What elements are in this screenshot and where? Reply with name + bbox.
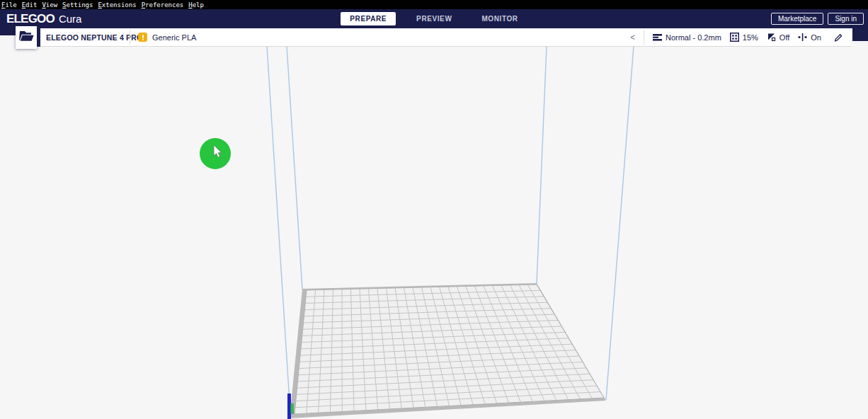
build-volume-edge	[267, 47, 290, 413]
stage-menu: PREPARE PREVIEW MONITOR	[0, 9, 868, 28]
printer-name: ELEGOO NEPTUNE 4 PRO	[46, 33, 142, 42]
build-volume-edge	[287, 47, 302, 289]
header: ELEGOO Cura PREPARE PREVIEW MONITOR Mark…	[0, 9, 868, 28]
open-folder-icon	[19, 30, 34, 45]
menu-file[interactable]: File	[1, 1, 17, 8]
adhesion-icon	[798, 33, 807, 42]
build-volume-scene	[0, 47, 868, 419]
open-file-button[interactable]	[16, 26, 37, 49]
sign-in-button[interactable]: Sign in	[828, 13, 864, 25]
pencil-icon[interactable]	[834, 33, 843, 42]
menu-edit[interactable]: Edit	[22, 1, 38, 8]
support-value: Off	[780, 33, 789, 42]
build-volume-edge	[606, 47, 634, 400]
configuration-bar: ELEGOO NEPTUNE 4 PRO < Generic PLA < Nor…	[40, 28, 851, 47]
header-actions: Marketplace Sign in	[771, 9, 864, 28]
support-setting[interactable]: Off	[767, 33, 789, 42]
infill-value: 15%	[743, 33, 758, 42]
viewport-3d[interactable]	[0, 47, 868, 419]
printer-selector[interactable]: ELEGOO NEPTUNE 4 PRO <	[40, 33, 130, 42]
menu-settings[interactable]: Settings	[62, 1, 93, 8]
profile-value: Normal - 0.2mm	[666, 33, 721, 42]
print-settings-summary: < Normal - 0.2mm 15% Off	[631, 30, 851, 45]
chevron-left-icon[interactable]: <	[631, 33, 635, 42]
infill-setting[interactable]: 15%	[730, 33, 758, 42]
tab-preview[interactable]: PREVIEW	[407, 12, 461, 25]
menu-extensions[interactable]: Extensions	[98, 1, 136, 8]
material-badge-icon	[138, 33, 147, 42]
material-selector[interactable]: Generic PLA	[130, 33, 204, 42]
layer-height-icon	[653, 33, 662, 42]
z-axis-indicator	[287, 394, 291, 419]
tab-prepare[interactable]: PREPARE	[341, 12, 396, 25]
divider	[644, 30, 644, 45]
menu-help[interactable]: Help	[188, 1, 204, 8]
menu-bar: File Edit View Settings Extensions Prefe…	[0, 0, 868, 9]
tab-monitor[interactable]: MONITOR	[472, 12, 527, 25]
profile-setting[interactable]: Normal - 0.2mm	[653, 33, 721, 42]
collapsed-panel-tab	[852, 28, 868, 41]
build-volume-edge	[537, 47, 547, 284]
app-window: File Edit View Settings Extensions Prefe…	[0, 0, 868, 419]
material-name: Generic PLA	[152, 33, 196, 42]
marketplace-button[interactable]: Marketplace	[771, 13, 823, 25]
menu-preferences[interactable]: Preferences	[142, 1, 184, 8]
support-overhang-icon	[767, 33, 776, 42]
adhesion-setting[interactable]: On	[798, 33, 821, 42]
infill-grid-icon	[730, 33, 739, 42]
adhesion-value: On	[811, 33, 821, 42]
menu-view[interactable]: View	[42, 1, 57, 8]
y-axis-indicator	[291, 403, 295, 414]
